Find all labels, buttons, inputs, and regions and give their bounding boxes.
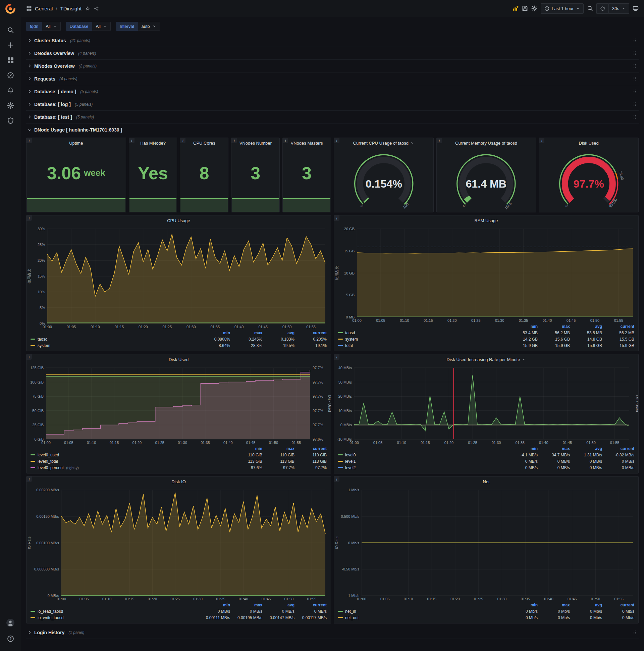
panel-title-chart-ram[interactable]: RAM Usage bbox=[334, 215, 638, 225]
panel-title-chart-disk[interactable]: Disk Used bbox=[27, 354, 331, 365]
row-cluster-status[interactable]: Cluster Status(21 panels) bbox=[26, 34, 639, 47]
stats-row: iUptime3.06weekiHas MNode?YesiCPU Cores8… bbox=[26, 137, 639, 212]
legend-series-toggle[interactable]: total bbox=[338, 343, 506, 348]
search-icon[interactable] bbox=[7, 27, 14, 34]
panel-title-chart-cpu[interactable]: CPU Usage bbox=[27, 215, 331, 225]
row-mnodes-overview[interactable]: MNodes Overview(2 panels) bbox=[26, 60, 639, 72]
row-database-demo[interactable]: Database: [ demo ](5 panels) bbox=[26, 85, 639, 98]
legend-stat-value: 53.4 MB bbox=[506, 331, 538, 335]
panel-title-stat-vnodes-masters[interactable]: VNodes Masters bbox=[283, 138, 331, 148]
legend-stat-value: 0.00111 MB/s bbox=[198, 615, 230, 620]
drag-handle-icon[interactable] bbox=[632, 89, 637, 94]
chart-plot-area[interactable]: 0 MB/s0.000500 MB/s0.00100 MB/s0.00150 M… bbox=[27, 487, 331, 602]
legend-series-toggle[interactable]: level2 bbox=[338, 465, 506, 470]
variable-value-text: auto bbox=[141, 24, 150, 29]
legend-stat-value: 0.245% bbox=[230, 337, 262, 342]
panel-stat-cpu-cores: iCPU Cores8 bbox=[180, 137, 228, 212]
drag-handle-icon[interactable] bbox=[632, 629, 637, 635]
chart-plot-diskrate[interactable]: -10 MB/s0 MB/s10 MB/s20 MB/s30 MB/s40 MB… bbox=[334, 365, 638, 445]
svg-text:01:25: 01:25 bbox=[468, 441, 477, 445]
legend-series-toggle[interactable]: system bbox=[31, 343, 198, 348]
row-dnode-usage-huolinhe-tm1701-6030[interactable]: DNode Usage [ huolinhe-TM1701:6030 ] bbox=[26, 123, 639, 136]
plus-icon[interactable] bbox=[7, 41, 14, 49]
panel-title-stat-uptime[interactable]: Uptime bbox=[27, 138, 126, 148]
panel-title-stat-cpu-cores[interactable]: CPU Cores bbox=[180, 138, 228, 148]
drag-handle-icon[interactable] bbox=[632, 76, 637, 82]
variable-value-dropdown[interactable]: auto bbox=[138, 22, 160, 31]
legend-series-toggle[interactable]: level0_total bbox=[31, 459, 230, 464]
settings-icon[interactable] bbox=[7, 102, 14, 109]
row-database-test[interactable]: Database: [ test ](5 panels) bbox=[26, 111, 639, 123]
breadcrumb-page[interactable]: TDinsight bbox=[60, 6, 82, 11]
chart-plot-disk[interactable]: 0 GiB25 GiB50 GiB75 GiB100 GiB125 GiB01:… bbox=[27, 365, 331, 445]
legend-series-toggle[interactable]: level0_percent(right-y) bbox=[31, 465, 230, 470]
panel-title-gauge-current-memory-usage-of-taosd[interactable]: Current Memory Usage of taosd bbox=[437, 138, 536, 148]
series-color-swatch bbox=[338, 611, 343, 612]
avatar-icon[interactable] bbox=[6, 618, 15, 627]
row-login-history[interactable]: Login History(1 panel) bbox=[26, 626, 639, 639]
chart-plot-area[interactable]: 0%5%10%15%20%25%30%01:0001:0501:1001:150… bbox=[27, 225, 331, 330]
row-database-log[interactable]: Database: [ log ](5 panels) bbox=[26, 98, 639, 111]
legend-series-toggle[interactable]: io_write_taosd bbox=[31, 615, 198, 620]
variable-value-dropdown[interactable]: All bbox=[92, 22, 110, 31]
panel-title-chart-net[interactable]: Net bbox=[334, 476, 638, 487]
help-icon[interactable]: ? bbox=[7, 635, 14, 642]
legend-series-toggle[interactable]: net_out bbox=[338, 615, 506, 620]
chart-plot-area[interactable]: 0 MB5 GB10 GB15 GB20 GB01:0001:0501:1001… bbox=[334, 225, 638, 323]
drag-handle-icon[interactable] bbox=[632, 50, 637, 56]
settings-icon[interactable] bbox=[531, 5, 537, 11]
legend-series-toggle[interactable]: level1 bbox=[338, 459, 506, 464]
variable-value-dropdown[interactable]: All bbox=[42, 22, 60, 31]
dashboards-icon[interactable] bbox=[7, 57, 14, 64]
panel-title-chart-diskrate[interactable]: Disk Used Increasing Rate per Minute bbox=[334, 354, 638, 365]
legend-series-toggle[interactable]: io_read_taosd bbox=[31, 609, 198, 614]
alerting-icon[interactable] bbox=[7, 87, 14, 94]
breadcrumb-section[interactable]: General bbox=[35, 6, 53, 11]
chart-plot-area[interactable]: -1 Mb/s-0.50 Mb/s0 Mb/s0.500 Mb/s1 Mb/s0… bbox=[334, 487, 638, 602]
zoom-out-icon[interactable] bbox=[587, 5, 593, 11]
chart-plot-cpu[interactable]: 0%5%10%15%20%25%30%01:0001:0501:1001:150… bbox=[27, 225, 331, 330]
legend-series-toggle[interactable]: taosd bbox=[338, 331, 506, 335]
save-icon[interactable] bbox=[522, 5, 528, 11]
share-icon[interactable] bbox=[94, 6, 99, 11]
monitor-icon[interactable] bbox=[633, 5, 639, 11]
chart-plot-net[interactable]: -1 Mb/s-0.50 Mb/s0 Mb/s0.500 Mb/s1 Mb/s0… bbox=[334, 487, 638, 602]
svg-text:0: 0 bbox=[462, 204, 466, 208]
legend-series-toggle[interactable]: net_in bbox=[338, 609, 506, 614]
panel-title-gauge-current-cpu-usage-of-taosd[interactable]: Current CPU Usage of taosd bbox=[334, 138, 433, 148]
panel-title-chart-diskio[interactable]: Disk IO bbox=[27, 476, 331, 487]
chart-plot-area[interactable]: -10 MB/s0 MB/s10 MB/s20 MB/s30 MB/s40 MB… bbox=[334, 365, 638, 445]
svg-text:01:20: 01:20 bbox=[447, 318, 457, 322]
chart-plot-area[interactable]: 0 GiB25 GiB50 GiB75 GiB100 GiB125 GiB01:… bbox=[27, 365, 331, 445]
drag-handle-icon[interactable] bbox=[632, 63, 637, 69]
legend-row: system8.64%28.3%19.5%19.1% bbox=[31, 342, 327, 349]
time-range-picker[interactable]: Last 1 hour bbox=[541, 3, 584, 14]
row-requests[interactable]: Requests(4 panels) bbox=[26, 72, 639, 85]
add-panel-icon[interactable] bbox=[513, 5, 519, 11]
dashboard-content: fqdnAllDatabaseAllIntervalautoCluster St… bbox=[21, 17, 644, 651]
panel-title-stat-vnodes-number[interactable]: VNodes Number bbox=[231, 138, 280, 148]
refresh-button[interactable] bbox=[597, 3, 608, 14]
chart-body: -1 Mb/s-0.50 Mb/s0 Mb/s0.500 Mb/s1 Mb/s0… bbox=[334, 487, 638, 623]
panel-title-stat-has-mnode[interactable]: Has MNode? bbox=[129, 138, 177, 148]
legend-series-toggle[interactable]: level0_used bbox=[31, 453, 230, 457]
legend-series-toggle[interactable]: taosd bbox=[31, 337, 198, 342]
row-title: Database: [ demo ] bbox=[34, 89, 76, 94]
chart-plot-diskio[interactable]: 0 MB/s0.000500 MB/s0.00100 MB/s0.00150 M… bbox=[27, 487, 331, 602]
svg-text:01:50: 01:50 bbox=[269, 441, 279, 445]
refresh-interval-dropdown[interactable]: 30s bbox=[608, 3, 629, 14]
template-variables-row: fqdnAllDatabaseAllIntervalauto bbox=[26, 20, 639, 33]
drag-handle-icon[interactable] bbox=[632, 38, 637, 43]
legend-series-toggle[interactable]: level0 bbox=[338, 453, 506, 457]
grafana-logo[interactable] bbox=[5, 3, 16, 14]
panel-title-gauge-disk-used[interactable]: Disk Used bbox=[539, 138, 638, 148]
legend-series-toggle[interactable]: system bbox=[338, 337, 506, 342]
star-icon[interactable] bbox=[85, 6, 90, 11]
row-dnodes-overview[interactable]: DNodes Overview(4 panels) bbox=[26, 47, 639, 60]
row-panel-count: (5 panels) bbox=[76, 115, 94, 120]
drag-handle-icon[interactable] bbox=[632, 101, 637, 107]
explore-icon[interactable] bbox=[7, 72, 14, 79]
chart-plot-ram[interactable]: 0 MB5 GB10 GB15 GB20 GB01:0001:0501:1001… bbox=[334, 225, 638, 323]
drag-handle-icon[interactable] bbox=[632, 114, 637, 120]
shield-icon[interactable] bbox=[7, 117, 14, 124]
